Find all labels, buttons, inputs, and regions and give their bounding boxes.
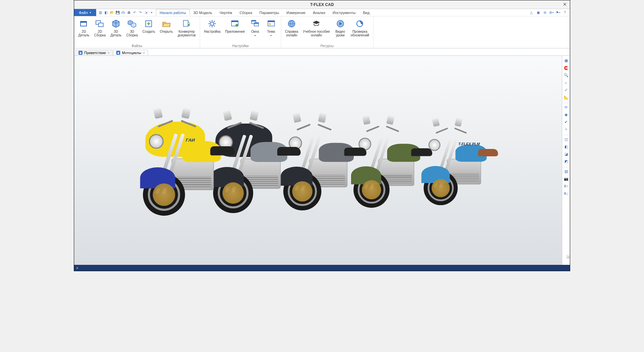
ribbon-tab-start[interactable]: Начало работы	[156, 9, 190, 16]
3d-asm-icon	[127, 18, 137, 29]
shaded-icon[interactable]: ◧	[563, 143, 570, 150]
ribbon-btn-settings[interactable]: Настройка	[202, 18, 222, 34]
motorcycle-model-5[interactable]: T-FLEX PLM	[422, 112, 495, 209]
ribbon-btn-help[interactable]: Справкаонлайн	[283, 18, 300, 38]
zoom-window-icon[interactable]: ⌕	[563, 79, 570, 86]
seat	[478, 149, 498, 156]
zoom-in-icon[interactable]: 🔍	[563, 72, 570, 78]
ribbon-group-Файлы: 2DДеталь2DСборка3DДеталь3DСборкаСоздатьО…	[74, 16, 200, 48]
videos-label: Видеоуроки	[335, 30, 345, 37]
command-prompt: >	[76, 266, 78, 270]
close-tab-icon[interactable]: ×	[143, 51, 145, 55]
grid-icon[interactable]: ▦	[563, 57, 570, 64]
2d-part-label: 2DДеталь	[78, 30, 89, 37]
pan-icon[interactable]: ✧	[563, 126, 570, 133]
ribbon-tab-view[interactable]: Вид	[359, 9, 373, 16]
qat-new2-icon[interactable]: ◧	[104, 10, 109, 15]
section-icon[interactable]: ◩	[563, 158, 570, 165]
text-down-icon[interactable]: A↓	[563, 190, 570, 197]
ribbon: 2DДеталь2DСборка3DДеталь3DСборкаСоздатьО…	[74, 16, 570, 48]
ribbon-tab-measure[interactable]: Измерение	[283, 9, 309, 16]
ribbon-btn-2d-asm[interactable]: 2DСборка	[92, 18, 108, 38]
text-up-icon[interactable]: A↑	[563, 183, 570, 189]
ribbon-tab-drawing[interactable]: Чертёж	[216, 9, 236, 16]
ribbon-btn-updates[interactable]: Проверкаобновлений	[349, 18, 371, 38]
qat-open-icon[interactable]: 📂	[110, 10, 114, 15]
settings-icon	[207, 18, 217, 29]
ribbon-btn-videos[interactable]: Видеоуроки	[333, 18, 348, 38]
ribbon-btn-3d-asm[interactable]: 3DСборка	[124, 18, 140, 38]
viewport-3d[interactable]: ГАИT-FLEX PLM ▦🧲🔍⌕⤢📐⟳◉✔✧◫◧◪◩▧📷A↑A↓	[74, 56, 570, 265]
open-label: Открыть	[160, 30, 173, 33]
ribbon-tab-params[interactable]: Параметры	[256, 9, 283, 16]
seat	[277, 147, 301, 156]
2d-asm-label: 2DСборка	[94, 30, 106, 37]
document-tabs: ◆Приветствие×◆Мотоциклы×	[74, 48, 570, 56]
qat-redo-icon[interactable]: ↷	[138, 10, 143, 15]
apps-label: Приложения	[225, 30, 245, 33]
close-button[interactable]: ✕	[562, 1, 568, 7]
ribbon-btn-open[interactable]: Открыть	[158, 18, 175, 34]
create-label: Создать	[142, 30, 155, 33]
measure-icon[interactable]: 📐	[563, 94, 570, 101]
layout-icon[interactable]: ▣	[536, 10, 540, 15]
doc-tab-welcome[interactable]: ◆Приветствие×	[75, 50, 113, 55]
handlebars	[437, 125, 465, 136]
theme-icon	[266, 18, 277, 29]
seat	[344, 148, 367, 156]
ribbon-btn-convert[interactable]: Конвертердокументов	[176, 18, 198, 38]
command-bar[interactable]: >	[74, 265, 570, 271]
ribbon-btn-apps[interactable]: +Приложения	[223, 18, 247, 34]
doc-tab-moto[interactable]: ◆Мотоциклы×	[113, 50, 148, 55]
magnet-icon[interactable]: 🧲	[563, 64, 570, 71]
settings-label: Настройка	[204, 30, 220, 33]
open-icon	[161, 18, 172, 29]
rotate-icon[interactable]: ⟳	[563, 104, 570, 111]
ribbon-btn-tutorial[interactable]: Учебное пособиеонлайн	[301, 18, 332, 38]
zoom-fit-icon[interactable]: ⤢	[563, 86, 570, 93]
qat-saveall-icon[interactable]: 🗃	[121, 10, 126, 15]
motorcycle-model-1[interactable]: ГАИ	[140, 101, 231, 220]
svg-point-6	[210, 22, 214, 25]
qat-print-icon[interactable]: 🖶	[127, 10, 131, 15]
shaded-edges-icon[interactable]: ◪	[563, 151, 570, 157]
ribbon-btn-create[interactable]: Создать	[140, 18, 157, 34]
svg-rect-3	[99, 23, 103, 27]
render-icon[interactable]: ▧	[563, 168, 570, 175]
wireframe-icon[interactable]: ◫	[563, 136, 570, 143]
model-decal-text: ГАИ	[186, 138, 195, 143]
ribbon-tab-analysis[interactable]: Анализ	[309, 9, 329, 16]
ribbon-tab-tools[interactable]: Инструменты	[329, 9, 359, 16]
quick-access-toolbar: ▥ ◧ 📂 💾 🗃 🖶 ↶ ↷ ⇲ ▼	[96, 9, 156, 16]
ribbon-tab-assembly[interactable]: Сборка	[236, 9, 256, 16]
ribbon-tab-model3d[interactable]: 3D Модель	[190, 9, 216, 16]
camera-icon[interactable]: 📷	[563, 175, 570, 182]
close-tab-icon[interactable]: ×	[108, 51, 110, 55]
group-label: Настройки	[202, 44, 279, 48]
menu-row: Файл ▼ ▥ ◧ 📂 💾 🗃 🖶 ↶ ↷ ⇲ ▼ Начало работы…	[74, 9, 570, 16]
orbit-icon[interactable]: ◉	[563, 111, 570, 118]
model-row: ГАИT-FLEX PLM	[74, 56, 570, 265]
qat-new-icon[interactable]: ▥	[98, 10, 103, 15]
ribbon-btn-theme[interactable]: Тема▼	[264, 18, 279, 38]
qat-dropdown-icon[interactable]: ▼	[149, 10, 154, 15]
resize-grip-icon[interactable]	[566, 255, 570, 258]
check-icon[interactable]: ✔	[563, 119, 570, 125]
ribbon-btn-3d-part[interactable]: 3DДеталь	[108, 18, 124, 38]
qat-undo-icon[interactable]: ↶	[132, 10, 137, 15]
file-menu-button[interactable]: Файл ▼	[74, 9, 96, 16]
ribbon-btn-windows[interactable]: Окна▼	[248, 18, 263, 38]
link-icon[interactable]: ⧉	[542, 10, 547, 15]
help-icon[interactable]: ?	[562, 10, 567, 15]
svg-rect-14	[254, 23, 259, 24]
flag-icon[interactable]: ⚑▼	[556, 10, 560, 15]
handlebars	[298, 121, 330, 133]
seat	[411, 148, 432, 156]
updates-icon	[354, 18, 365, 29]
gear-icon[interactable]: ⚙▼	[549, 10, 554, 15]
qat-export-icon[interactable]: ⇲	[144, 10, 148, 15]
qat-save-icon[interactable]: 💾	[115, 10, 120, 15]
updates-label: Проверкаобновлений	[351, 30, 369, 37]
ribbon-btn-2d-part[interactable]: 2DДеталь	[76, 18, 92, 38]
collapse-ribbon-icon[interactable]: △	[529, 10, 534, 15]
